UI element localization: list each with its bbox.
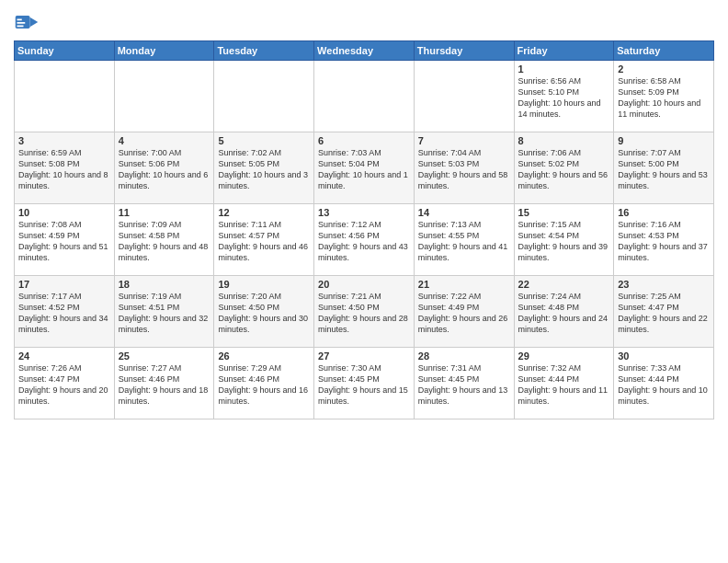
cell-info: Sunrise: 7:20 AM Sunset: 4:50 PM Dayligh… [218,292,308,334]
weekday-header-monday: Monday [114,41,214,61]
weekday-header-wednesday: Wednesday [314,41,415,61]
cell-info: Sunrise: 7:00 AM Sunset: 5:06 PM Dayligh… [119,148,209,190]
day-number: 28 [418,350,510,362]
cell-info: Sunrise: 7:04 AM Sunset: 5:03 PM Dayligh… [418,148,508,190]
day-number: 24 [18,350,110,362]
calendar-cell: 15Sunrise: 7:15 AM Sunset: 4:54 PM Dayli… [514,204,614,276]
logo-icon [14,9,40,35]
calendar-cell: 22Sunrise: 7:24 AM Sunset: 4:48 PM Dayli… [514,276,614,348]
cell-info: Sunrise: 7:30 AM Sunset: 4:45 PM Dayligh… [318,363,408,406]
week-row-2: 3Sunrise: 6:59 AM Sunset: 5:08 PM Daylig… [15,132,714,204]
calendar-cell [314,61,415,132]
cell-info: Sunrise: 7:24 AM Sunset: 4:48 PM Dayligh… [518,292,609,334]
svg-rect-4 [17,26,24,28]
calendar-cell: 11Sunrise: 7:09 AM Sunset: 4:58 PM Dayli… [114,204,214,276]
calendar-cell [15,61,115,132]
cell-info: Sunrise: 7:25 AM Sunset: 4:47 PM Dayligh… [618,292,708,334]
calendar-table: SundayMondayTuesdayWednesdayThursdayFrid… [14,40,714,419]
day-number: 16 [618,207,710,218]
cell-info: Sunrise: 7:19 AM Sunset: 4:51 PM Dayligh… [119,292,209,334]
calendar-cell: 9Sunrise: 7:07 AM Sunset: 5:00 PM Daylig… [614,132,714,204]
week-row-1: 1Sunrise: 6:56 AM Sunset: 5:10 PM Daylig… [15,61,714,132]
day-number: 8 [518,135,610,146]
cell-info: Sunrise: 7:32 AM Sunset: 4:44 PM Dayligh… [518,363,609,406]
cell-info: Sunrise: 6:56 AM Sunset: 5:10 PM Dayligh… [518,76,601,119]
calendar-cell: 18Sunrise: 7:19 AM Sunset: 4:51 PM Dayli… [114,276,214,348]
calendar-cell: 24Sunrise: 7:26 AM Sunset: 4:47 PM Dayli… [15,348,115,419]
calendar-cell: 10Sunrise: 7:08 AM Sunset: 4:59 PM Dayli… [15,204,115,276]
calendar-cell: 21Sunrise: 7:22 AM Sunset: 4:49 PM Dayli… [414,276,514,348]
cell-info: Sunrise: 7:15 AM Sunset: 4:54 PM Dayligh… [518,220,609,262]
cell-info: Sunrise: 7:17 AM Sunset: 4:52 PM Dayligh… [18,292,108,334]
day-number: 26 [218,350,310,362]
day-number: 25 [119,350,210,362]
day-number: 7 [418,135,510,146]
cell-info: Sunrise: 7:07 AM Sunset: 5:00 PM Dayligh… [618,148,708,190]
calendar-cell: 17Sunrise: 7:17 AM Sunset: 4:52 PM Dayli… [15,276,115,348]
cell-info: Sunrise: 7:11 AM Sunset: 4:57 PM Dayligh… [218,220,308,262]
weekday-header-sunday: Sunday [15,41,115,61]
svg-rect-2 [17,19,22,21]
day-number: 5 [218,135,310,146]
cell-info: Sunrise: 7:21 AM Sunset: 4:50 PM Dayligh… [318,292,408,334]
cell-info: Sunrise: 7:29 AM Sunset: 4:46 PM Dayligh… [218,363,308,406]
cell-info: Sunrise: 7:09 AM Sunset: 4:58 PM Dayligh… [119,220,209,262]
calendar-cell: 3Sunrise: 6:59 AM Sunset: 5:08 PM Daylig… [15,132,115,204]
calendar-cell: 16Sunrise: 7:16 AM Sunset: 4:53 PM Dayli… [614,204,714,276]
day-number: 10 [18,207,110,218]
calendar-cell: 25Sunrise: 7:27 AM Sunset: 4:46 PM Dayli… [114,348,214,419]
day-number: 14 [418,207,510,218]
weekday-header-thursday: Thursday [414,41,514,61]
cell-info: Sunrise: 7:31 AM Sunset: 4:45 PM Dayligh… [418,363,508,406]
calendar-cell: 4Sunrise: 7:00 AM Sunset: 5:06 PM Daylig… [114,132,214,204]
calendar-cell: 12Sunrise: 7:11 AM Sunset: 4:57 PM Dayli… [214,204,314,276]
page-header [14,9,714,35]
week-row-5: 24Sunrise: 7:26 AM Sunset: 4:47 PM Dayli… [15,348,714,419]
day-number: 12 [218,207,310,218]
day-number: 9 [618,135,710,146]
weekday-header-saturday: Saturday [614,41,714,61]
calendar-cell [414,61,514,132]
svg-marker-1 [30,17,39,28]
calendar-cell: 7Sunrise: 7:04 AM Sunset: 5:03 PM Daylig… [414,132,514,204]
calendar-cell: 20Sunrise: 7:21 AM Sunset: 4:50 PM Dayli… [314,276,415,348]
cell-info: Sunrise: 7:26 AM Sunset: 4:47 PM Dayligh… [18,363,108,406]
calendar-cell: 26Sunrise: 7:29 AM Sunset: 4:46 PM Dayli… [214,348,314,419]
day-number: 15 [518,207,610,218]
day-number: 2 [618,63,710,75]
day-number: 22 [518,279,610,290]
svg-rect-3 [17,22,26,24]
calendar-cell: 23Sunrise: 7:25 AM Sunset: 4:47 PM Dayli… [614,276,714,348]
calendar-cell: 13Sunrise: 7:12 AM Sunset: 4:56 PM Dayli… [314,204,415,276]
cell-info: Sunrise: 6:59 AM Sunset: 5:08 PM Dayligh… [18,148,108,190]
cell-info: Sunrise: 7:06 AM Sunset: 5:02 PM Dayligh… [518,148,609,190]
calendar-cell: 30Sunrise: 7:33 AM Sunset: 4:44 PM Dayli… [614,348,714,419]
calendar-cell: 8Sunrise: 7:06 AM Sunset: 5:02 PM Daylig… [514,132,614,204]
calendar-cell: 6Sunrise: 7:03 AM Sunset: 5:04 PM Daylig… [314,132,415,204]
cell-info: Sunrise: 6:58 AM Sunset: 5:09 PM Dayligh… [618,76,700,119]
calendar-cell: 27Sunrise: 7:30 AM Sunset: 4:45 PM Dayli… [314,348,415,419]
calendar-cell [114,61,214,132]
day-number: 20 [318,279,410,290]
calendar-cell [214,61,314,132]
weekday-header-tuesday: Tuesday [214,41,314,61]
day-number: 11 [119,207,210,218]
cell-info: Sunrise: 7:27 AM Sunset: 4:46 PM Dayligh… [119,363,209,406]
cell-info: Sunrise: 7:16 AM Sunset: 4:53 PM Dayligh… [618,220,708,262]
day-number: 18 [119,279,210,290]
day-number: 23 [618,279,710,290]
cell-info: Sunrise: 7:33 AM Sunset: 4:44 PM Dayligh… [618,363,708,406]
calendar-cell: 2Sunrise: 6:58 AM Sunset: 5:09 PM Daylig… [614,61,714,132]
cell-info: Sunrise: 7:03 AM Sunset: 5:04 PM Dayligh… [318,148,408,190]
calendar-cell: 1Sunrise: 6:56 AM Sunset: 5:10 PM Daylig… [514,61,614,132]
calendar-cell: 19Sunrise: 7:20 AM Sunset: 4:50 PM Dayli… [214,276,314,348]
logo [14,9,43,35]
day-number: 17 [18,279,110,290]
week-row-3: 10Sunrise: 7:08 AM Sunset: 4:59 PM Dayli… [15,204,714,276]
cell-info: Sunrise: 7:08 AM Sunset: 4:59 PM Dayligh… [18,220,108,262]
cell-info: Sunrise: 7:12 AM Sunset: 4:56 PM Dayligh… [318,220,408,262]
calendar-cell: 5Sunrise: 7:02 AM Sunset: 5:05 PM Daylig… [214,132,314,204]
calendar-cell: 28Sunrise: 7:31 AM Sunset: 4:45 PM Dayli… [414,348,514,419]
cell-info: Sunrise: 7:22 AM Sunset: 4:49 PM Dayligh… [418,292,508,334]
day-number: 27 [318,350,410,362]
